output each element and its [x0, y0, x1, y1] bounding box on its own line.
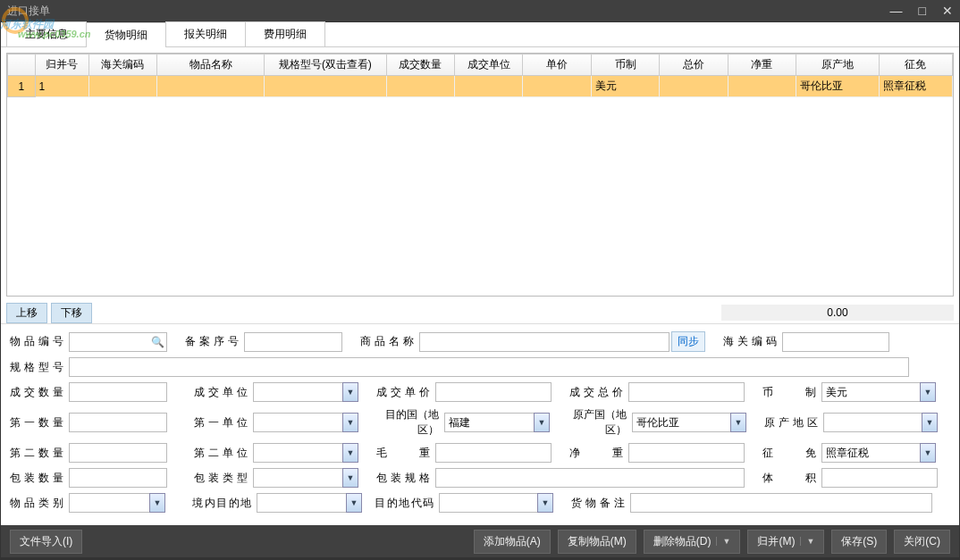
chevron-down-icon[interactable]: ▼	[922, 413, 938, 432]
cell[interactable]	[265, 76, 386, 97]
cell[interactable]	[386, 76, 454, 97]
cell[interactable]: 照章征税	[879, 76, 952, 97]
cell[interactable]	[523, 76, 591, 97]
duty-input[interactable]	[821, 443, 920, 463]
hs-code-input[interactable]	[782, 332, 889, 352]
add-item-button[interactable]: 添加物品(A)	[474, 530, 551, 554]
chevron-down-icon[interactable]: ▼	[537, 493, 553, 513]
search-icon[interactable]: 🔍	[149, 332, 167, 352]
window-controls: — □ ✕	[890, 4, 953, 18]
label-origin-region: 原产地区	[764, 415, 818, 430]
tab-goods-detail[interactable]: 货物明细	[86, 22, 166, 47]
tab-customs-detail[interactable]: 报关明细	[165, 21, 246, 46]
chevron-down-icon[interactable]: ▼	[342, 443, 358, 463]
tab-fee-detail[interactable]: 费用明细	[245, 21, 325, 46]
col-merge-no[interactable]: 归并号	[35, 54, 88, 76]
cell[interactable]: 美元	[591, 76, 659, 97]
save-button[interactable]: 保存(S)	[831, 530, 887, 554]
cell[interactable]: 哥伦比亚	[796, 76, 880, 97]
window-title: 进口接单	[7, 4, 890, 19]
label-unit-price: 成交单价	[376, 385, 430, 400]
qty1-input[interactable]	[69, 413, 167, 432]
table-row[interactable]: 1 1 美元 哥伦比亚 照章征税	[8, 76, 953, 97]
chevron-down-icon[interactable]: ▼	[800, 537, 814, 546]
label-pack-qty: 包装数量	[10, 471, 63, 486]
qty2-input[interactable]	[69, 443, 167, 463]
col-net-weight[interactable]: 净重	[728, 54, 796, 76]
pack-spec-input[interactable]	[435, 468, 745, 488]
product-name-input[interactable]	[419, 332, 669, 352]
col-origin[interactable]: 原产地	[796, 54, 880, 76]
grid-corner	[8, 54, 36, 76]
col-spec[interactable]: 规格型号(双击查看)	[265, 54, 386, 76]
minimize-icon[interactable]: —	[890, 4, 903, 18]
total-price-input[interactable]	[628, 382, 745, 402]
unit1-input[interactable]	[253, 413, 342, 432]
col-currency[interactable]: 币制	[591, 54, 659, 76]
unit2-input[interactable]	[253, 443, 342, 463]
col-qty[interactable]: 成交数量	[386, 54, 454, 76]
deal-qty-input[interactable]	[69, 382, 167, 402]
tab-main-info[interactable]: 主要信息	[6, 21, 87, 46]
copy-item-button[interactable]: 复制物品(M)	[558, 530, 636, 554]
cell[interactable]: 1	[35, 76, 88, 97]
file-import-button[interactable]: 文件导入(I)	[10, 530, 82, 554]
record-no-input[interactable]	[244, 332, 342, 352]
dest-code-input[interactable]	[439, 493, 537, 513]
move-down-button[interactable]: 下移	[51, 303, 92, 323]
label-dest-country: 目的国（地区）	[367, 407, 439, 438]
domestic-dest-input[interactable]	[257, 493, 346, 513]
col-item-name[interactable]: 物品名称	[157, 54, 265, 76]
item-no-input[interactable]	[69, 332, 149, 352]
col-total[interactable]: 总价	[660, 54, 728, 76]
spec-input[interactable]	[69, 357, 909, 377]
col-price[interactable]: 单价	[523, 54, 591, 76]
sync-button[interactable]: 同步	[671, 331, 705, 352]
delete-item-button[interactable]: 删除物品(D)▼	[644, 530, 741, 554]
cell[interactable]	[157, 76, 265, 97]
label-domestic-dest: 境内目的地	[192, 496, 251, 511]
col-duty[interactable]: 征免	[879, 54, 952, 76]
mid-toolbar: 上移 下移 0.00	[1, 302, 959, 323]
chevron-down-icon[interactable]: ▼	[342, 413, 358, 432]
move-up-button[interactable]: 上移	[6, 303, 47, 323]
cell[interactable]	[455, 76, 523, 97]
maximize-icon[interactable]: □	[919, 4, 926, 18]
dest-country-input[interactable]	[444, 413, 534, 432]
chevron-down-icon[interactable]: ▼	[342, 382, 358, 402]
gross-weight-input[interactable]	[435, 443, 552, 463]
chevron-down-icon[interactable]: ▼	[346, 493, 362, 513]
close-icon[interactable]: ✕	[942, 4, 953, 18]
merge-button[interactable]: 归并(M)▼	[747, 530, 824, 554]
pack-type-input[interactable]	[253, 468, 342, 488]
cell[interactable]	[660, 76, 728, 97]
tab-bar: 主要信息 货物明细 报关明细 费用明细	[1, 22, 959, 47]
deal-unit-input[interactable]	[253, 382, 342, 402]
chevron-down-icon[interactable]: ▼	[730, 413, 746, 432]
goods-grid[interactable]: 归并号 海关编码 物品名称 规格型号(双击查看) 成交数量 成交单位 单价 币制…	[6, 53, 954, 297]
chevron-down-icon[interactable]: ▼	[716, 537, 730, 546]
volume-input[interactable]	[821, 468, 938, 488]
label-spec: 规格型号	[10, 360, 63, 375]
currency-input[interactable]	[821, 382, 920, 402]
cell[interactable]	[728, 76, 796, 97]
label-unit2: 第二单位	[194, 446, 248, 461]
chevron-down-icon[interactable]: ▼	[534, 413, 550, 432]
origin-region-input[interactable]	[823, 413, 922, 432]
unit-price-input[interactable]	[435, 382, 552, 402]
chevron-down-icon[interactable]: ▼	[149, 493, 165, 513]
total-display: 0.00	[721, 305, 954, 321]
net-weight-input[interactable]	[628, 443, 745, 463]
close-button[interactable]: 关闭(C)	[894, 530, 950, 554]
item-category-input[interactable]	[69, 493, 149, 513]
label-cargo-remark: 货物备注	[571, 496, 625, 511]
pack-qty-input[interactable]	[69, 468, 167, 488]
cargo-remark-input[interactable]	[630, 493, 932, 513]
origin-country-input[interactable]	[632, 413, 730, 432]
chevron-down-icon[interactable]: ▼	[342, 468, 358, 488]
col-unit[interactable]: 成交单位	[455, 54, 523, 76]
chevron-down-icon[interactable]: ▼	[920, 382, 936, 402]
chevron-down-icon[interactable]: ▼	[920, 443, 936, 463]
cell[interactable]	[88, 76, 156, 97]
col-hs-code[interactable]: 海关编码	[88, 54, 156, 76]
